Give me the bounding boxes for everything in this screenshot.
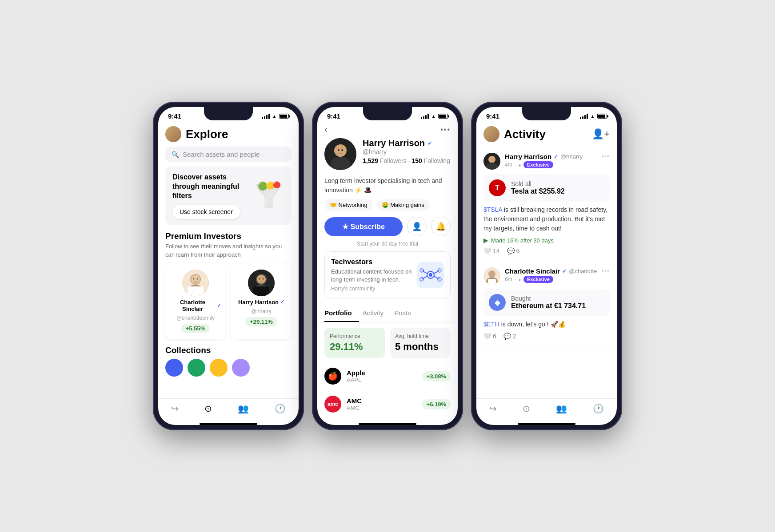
eth-trade-action: Bought — [511, 295, 586, 302]
amc-info: AMC AMC — [347, 397, 362, 411]
harry-profile-avatar — [324, 138, 356, 170]
nav-activity-1[interactable]: 🕐 — [275, 403, 286, 414]
notify-button[interactable]: 🔔 — [431, 217, 451, 236]
likes-charlotte[interactable]: 🤍 6 — [483, 333, 496, 340]
feed-item-charlotte: Charlotte Sinclair ✓ @charlotte 6m · ⬥ E… — [476, 261, 617, 346]
likes-harry[interactable]: 🤍 14 — [483, 247, 500, 254]
comment-icon-2: 💬 — [503, 333, 511, 340]
nav-explore-1[interactable]: ⊙ — [204, 403, 212, 414]
activity-left: Activity — [483, 126, 546, 142]
nav-explore-3[interactable]: ⊙ — [523, 403, 530, 414]
nav-social-3[interactable]: 👥 — [556, 403, 567, 414]
premium-investors-list: Charlotte Sinclair ✓ @charlotteemily +5.… — [158, 263, 299, 345]
apple-ticker: AAPL — [347, 377, 365, 383]
tsla-link[interactable]: $TSLA — [483, 206, 502, 213]
tesla-trade-asset: Tesla at $255.92 — [511, 187, 565, 195]
harry-avatar — [248, 270, 275, 296]
nav-home-1[interactable]: ↪ — [171, 403, 179, 414]
feed-user-row-charlotte: Charlotte Sinclair ✓ @charlotte 6m · ⬥ E… — [483, 267, 610, 284]
feed-more-charlotte[interactable]: ••• — [602, 267, 610, 274]
nav-activity-3[interactable]: 🕐 — [593, 403, 604, 414]
signal-icon-3 — [580, 114, 588, 119]
community-icon — [417, 262, 444, 288]
activity-icon: 🕐 — [275, 403, 286, 414]
performance-value: 29.11% — [330, 341, 380, 353]
bottom-nav-3: ↪ ⊙ 👥 🕐 — [476, 398, 617, 421]
eth-trade-info: Bought Ethereum at €1 734.71 — [511, 295, 586, 310]
activity-page-title: Activity — [504, 127, 546, 141]
collections-title: Collections — [158, 345, 299, 359]
nav-social-1[interactable]: 👥 — [238, 403, 249, 414]
social-icon-3: 👥 — [556, 403, 567, 414]
harry-feed-verified: ✓ — [554, 154, 558, 160]
stock-row-amc[interactable]: amc AMC AMC +6.19% — [317, 390, 458, 418]
follow-button[interactable]: 👤 — [407, 217, 427, 236]
signal-icon — [262, 114, 270, 119]
page-title: Explore — [186, 127, 228, 141]
tag-gains: 🤑 Making gains — [376, 199, 430, 210]
more-button[interactable]: ••• — [440, 126, 451, 134]
investor-card-charlotte[interactable]: Charlotte Sinclair ✓ @charlotteemily +5.… — [165, 263, 226, 339]
activity-feed: Harry Harrison ✓ @hharry 4m · ⬥ Exclusiv… — [476, 147, 617, 398]
holdtime-value: 5 months — [395, 341, 445, 353]
trade-card-row-eth: ◈ Bought Ethereum at €1 734.71 — [489, 294, 604, 311]
tab-portfolio[interactable]: Portfolio — [324, 305, 359, 322]
svg-point-7 — [197, 278, 198, 279]
status-time-3: 9:41 — [486, 112, 499, 120]
status-time-2: 9:41 — [327, 112, 340, 120]
svg-rect-8 — [188, 286, 204, 296]
svg-point-19 — [338, 149, 340, 151]
search-bar[interactable]: 🔍 Search assets and people — [165, 147, 292, 162]
screener-button[interactable]: Use stock screener — [172, 205, 240, 219]
home-icon: ↪ — [171, 403, 179, 414]
collection-item-1[interactable] — [165, 359, 183, 377]
profile-name-row: Harry Harrison ✓ — [363, 138, 451, 148]
charlotte-feed-avatar — [483, 267, 500, 284]
trade-card-eth: ◈ Bought Ethereum at €1 734.71 — [483, 289, 610, 316]
add-user-button[interactable]: 👤+ — [592, 128, 610, 140]
profile-name: Harry Harrison — [363, 138, 425, 148]
svg-point-6 — [193, 278, 195, 279]
status-bar-3: 9:41 ▲ — [476, 107, 617, 123]
feed-user-left-harry: Harry Harrison ✓ @hharry 4m · ⬥ Exclusiv… — [483, 153, 583, 170]
harry-avatar-img — [248, 270, 275, 296]
charlotte-avatar — [182, 270, 209, 296]
feed-user-row-harry: Harry Harrison ✓ @hharry 4m · ⬥ Exclusiv… — [483, 153, 610, 170]
back-button[interactable]: ‹ — [324, 124, 328, 135]
stock-row-apple[interactable]: 🍎 Apple AAPL +3.08% — [317, 362, 458, 390]
collection-item-2[interactable] — [188, 359, 205, 377]
status-bar-2: 9:41 ▲ — [317, 107, 458, 123]
apple-info: Apple AAPL — [347, 369, 365, 383]
comments-charlotte[interactable]: 💬 2 — [503, 333, 516, 340]
status-time-1: 9:41 — [168, 112, 181, 120]
harry-verified: ✓ — [280, 299, 284, 305]
profile-header: Harry Harrison ✓ @hharry 1,529 Followers… — [317, 138, 458, 176]
feed-gain-harry: ▶ Made 16% after 30 days — [483, 237, 610, 244]
phones-container: 9:41 ▲ — [153, 102, 622, 430]
charlotte-return: +5.55% — [181, 324, 210, 333]
phone-activity: 9:41 ▲ — [471, 102, 622, 430]
trade-card-row-tesla: T Sold all Tesla at $255.92 — [489, 179, 604, 196]
battery-icon-3 — [597, 114, 607, 119]
exclusive-badge-charlotte: Exclusive — [523, 276, 553, 283]
phone-profile: 9:41 ▲ ‹ • — [312, 102, 463, 430]
phone-explore: 9:41 ▲ — [153, 102, 304, 430]
screener-card: Discover assets through meaningful filte… — [165, 167, 292, 225]
community-card[interactable]: Techvestors Educational content focused … — [324, 251, 451, 298]
investor-card-harry[interactable]: Harry Harrison ✓ @hharry +29.11% — [231, 263, 292, 339]
collection-item-3[interactable] — [210, 359, 228, 377]
collections-row — [158, 359, 299, 377]
eth-link[interactable]: $ETH — [483, 321, 499, 328]
svg-point-32 — [488, 156, 495, 163]
feed-more-harry[interactable]: ••• — [602, 153, 610, 160]
comments-harry[interactable]: 💬 6 — [507, 247, 520, 254]
tab-posts[interactable]: Posts — [394, 305, 418, 322]
subscribe-button[interactable]: ★ Subscribe — [324, 217, 403, 236]
wifi-icon: ▲ — [272, 114, 277, 119]
search-placeholder: Search assets and people — [183, 151, 260, 158]
tab-activity[interactable]: Activity — [363, 305, 391, 322]
profile-info: Harry Harrison ✓ @hharry 1,529 Followers… — [363, 138, 451, 164]
premium-investors-title: Premium Investors — [158, 231, 299, 242]
collection-item-4[interactable] — [232, 359, 250, 377]
nav-home-3[interactable]: ↪ — [489, 403, 497, 414]
